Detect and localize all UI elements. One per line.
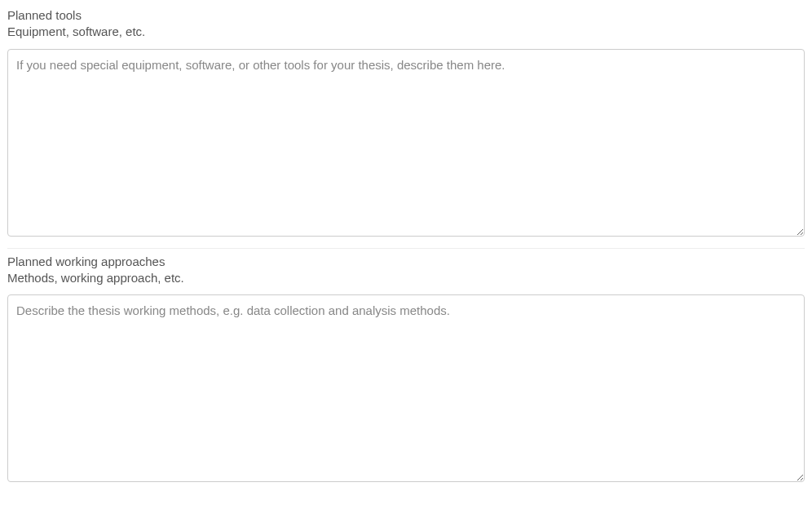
planned-tools-section: Planned tools Equipment, software, etc.: [7, 7, 805, 239]
planned-approaches-sublabel: Methods, working approach, etc.: [7, 270, 805, 286]
planned-approaches-section: Planned working approaches Methods, work…: [7, 254, 805, 485]
planned-tools-label: Planned tools: [7, 7, 805, 24]
planned-approaches-textarea[interactable]: [7, 294, 805, 482]
planned-tools-textarea[interactable]: [7, 49, 805, 237]
planned-approaches-label: Planned working approaches: [7, 254, 805, 270]
planned-tools-sublabel: Equipment, software, etc.: [7, 24, 805, 40]
section-divider: [7, 248, 805, 249]
